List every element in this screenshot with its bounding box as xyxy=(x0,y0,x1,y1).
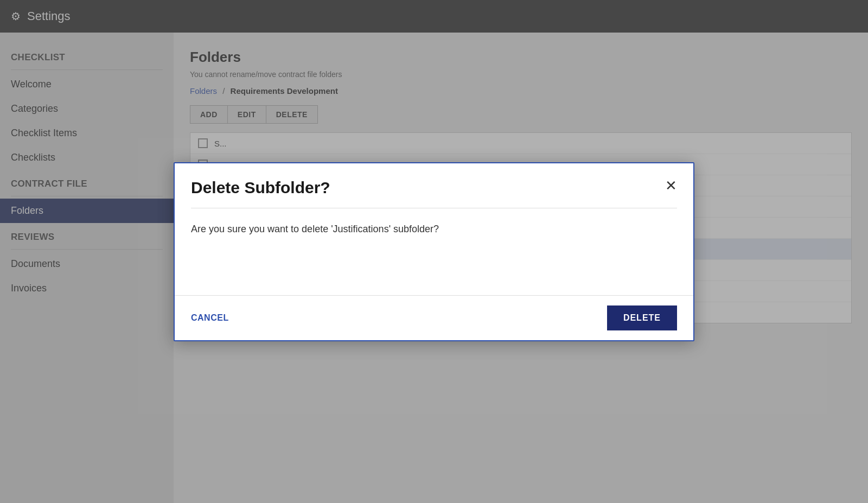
modal-close-button[interactable]: ✕ xyxy=(665,179,677,193)
delete-subfolder-modal: Delete Subfolder? ✕ Are you sure you wan… xyxy=(174,162,694,341)
modal-footer: CANCEL DELETE xyxy=(175,295,693,340)
modal-message: Are you sure you want to delete 'Justifi… xyxy=(191,224,677,235)
modal-overlay: Delete Subfolder? ✕ Are you sure you wan… xyxy=(0,0,868,503)
modal-title: Delete Subfolder? xyxy=(191,179,330,197)
confirm-delete-button[interactable]: DELETE xyxy=(607,305,677,330)
cancel-button[interactable]: CANCEL xyxy=(191,313,229,323)
modal-body: Are you sure you want to delete 'Justifi… xyxy=(175,208,693,295)
modal-header: Delete Subfolder? ✕ xyxy=(175,163,693,208)
